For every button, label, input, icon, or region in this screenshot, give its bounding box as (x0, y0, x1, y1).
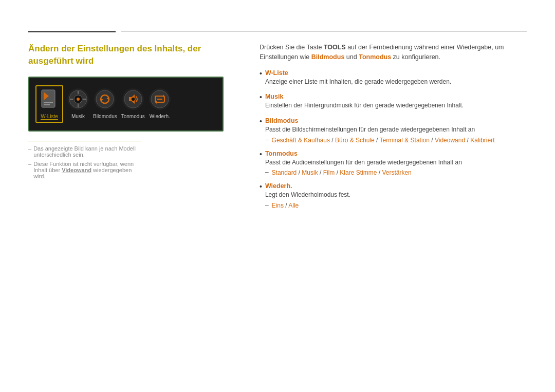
wiederh-label: Wiederh. (150, 114, 170, 119)
bildmodus-label: Bildmodus (93, 114, 117, 119)
svg-point-16 (131, 97, 135, 101)
list-item-wiederh: • Wiederh. Legt den Wiederholmodus fest.… (260, 182, 527, 210)
main-content: Ändern der Einstellungen des Inhalts, de… (28, 43, 527, 215)
bullet-content-tonmodus: Tonmodus Passt die Audioeinstellungen fü… (265, 150, 527, 178)
bullet-title-musik: Musik (265, 93, 527, 100)
note-2: – Diese Funktion ist nicht verfügbar, we… (28, 161, 141, 179)
top-line-right (121, 31, 527, 32)
note-1-dash: – (28, 145, 31, 158)
w-sep1: / (284, 202, 288, 209)
opt-film: Film (323, 169, 335, 176)
opt-terminal: Terminal & Station (380, 137, 430, 144)
bullet-title-wliste: W-Liste (265, 69, 527, 77)
media-icon-musik[interactable]: Musik (67, 88, 89, 119)
musik-label: Musik (71, 114, 85, 119)
bildmodus-options-text: Geschäft & Kaufhaus / Büro & Schule / Te… (272, 136, 495, 145)
media-icon-wliste[interactable]: W-Liste (35, 85, 63, 123)
wliste-label: W-Liste (41, 114, 58, 120)
bullet-title-bildmodus: Bildmodus (265, 117, 527, 124)
intro-text-and: und (344, 53, 359, 61)
intro-text-before: Drücken Sie die Taste (260, 44, 324, 51)
top-line-left (28, 31, 116, 32)
media-icon-bildmodus[interactable]: Bildmodus (93, 88, 117, 119)
bullet-content-wiederh: Wiederh. Legt den Wiederholmodus fest. –… (265, 182, 527, 210)
opt-alle: Alle (288, 202, 299, 209)
opt-verstarken: Verstärken (382, 169, 411, 176)
intro-text-end: zu konfigurieren. (391, 53, 440, 61)
bullet-title-wiederh: Wiederh. (265, 182, 527, 190)
ton-sep1: / (297, 169, 302, 176)
sep1: / (330, 137, 335, 144)
wiederh-icon (149, 88, 171, 110)
bildmodus-suboptions: – Geschäft & Kaufhaus / Büro & Schule / … (265, 136, 527, 145)
bildmodus-icon (94, 88, 116, 110)
top-decorative-lines (28, 31, 527, 32)
tonmodus-icon (122, 88, 144, 110)
svg-point-11 (96, 90, 114, 108)
opt-geschaeft: Geschäft & Kaufhaus (272, 137, 330, 144)
media-player-box: W-Liste M (28, 77, 224, 132)
list-item-tonmodus: • Tonmodus Passt die Audioeinstellungen … (260, 150, 527, 178)
sep2: / (375, 137, 380, 144)
opt-kalibriert: Kalibriert (470, 137, 494, 144)
tonmodus-sub-dash: – (265, 169, 269, 176)
bullet-desc-tonmodus: Passt die Audioeinstellungen für den ger… (265, 158, 527, 167)
media-icon-tonmodus[interactable]: Tonmodus (121, 88, 145, 119)
bullet-desc-musik: Einstellen der Hintergrundmusik für den … (265, 101, 527, 110)
intro-bold-tools: TOOLS (324, 44, 346, 51)
list-item-musik: • Musik Einstellen der Hintergrundmusik … (260, 93, 527, 112)
bullet-content-wliste: W-Liste Anzeige einer Liste mit Inhalten… (265, 69, 527, 88)
list-item-wliste: • W-Liste Anzeige einer Liste mit Inhalt… (260, 69, 527, 88)
opt-eins: Eins (272, 202, 284, 209)
page-title: Ändern der Einstellungen des Inhalts, de… (28, 43, 244, 67)
note-2-text: Diese Funktion ist nicht verfügbar, wenn… (33, 161, 141, 179)
tonmodus-label: Tonmodus (121, 114, 145, 119)
bullet-dot-wiederh: • (260, 182, 262, 191)
wliste-icon (39, 88, 60, 110)
bullet-title-tonmodus: Tonmodus (265, 150, 527, 157)
right-column: Drücken Sie die Taste TOOLS auf der Fern… (260, 43, 527, 215)
intro-paragraph: Drücken Sie die Taste TOOLS auf der Fern… (260, 43, 527, 62)
left-column: Ändern der Einstellungen des Inhalts, de… (28, 43, 244, 215)
bullet-content-musik: Musik Einstellen der Hintergrundmusik fü… (265, 93, 527, 112)
opt-klare-stimme: Klare Stimme (340, 169, 377, 176)
ton-sep3: / (335, 169, 340, 176)
bullet-dot-wliste: • (260, 69, 262, 78)
musik-icon (67, 88, 89, 110)
tonmodus-suboptions: – Standard / Musik / Film / Klare Stimme… (265, 169, 527, 177)
sep3: / (430, 137, 435, 144)
bullet-content-bildmodus: Bildmodus Passt die Bildschirmeinstellun… (265, 117, 527, 145)
bullet-dot-tonmodus: • (260, 150, 262, 159)
bildmodus-sub-dash: – (265, 136, 269, 143)
bullet-dot-bildmodus: • (260, 117, 262, 126)
opt-videowand: Videowand (435, 137, 465, 144)
notes-section: – Das angezeigte Bild kann je nach Model… (28, 141, 141, 179)
ton-sep2: / (318, 169, 323, 176)
opt-standard: Standard (272, 169, 297, 176)
tonmodus-options-text: Standard / Musik / Film / Klare Stimme /… (272, 169, 412, 177)
wiederh-sub-dash: – (265, 201, 269, 209)
opt-buero: Büro & Schule (335, 137, 375, 144)
wiederh-suboptions: – Eins / Alle (265, 201, 527, 210)
bullet-dot-musik: • (260, 93, 262, 102)
sep4: / (465, 137, 470, 144)
bullet-desc-wliste: Anzeige einer Liste mit Inhalten, die ge… (265, 78, 527, 86)
list-item-bildmodus: • Bildmodus Passt die Bildschirmeinstell… (260, 117, 527, 145)
opt-musik: Musik (302, 169, 318, 176)
intro-tonmodus: Tonmodus (359, 53, 391, 61)
bullet-desc-wiederh: Legt den Wiederholmodus fest. (265, 191, 527, 199)
note-1: – Das angezeigte Bild kann je nach Model… (28, 145, 141, 158)
page-container: Ändern der Einstellungen des Inhalts, de… (0, 0, 555, 236)
note-1-text: Das angezeigte Bild kann je nach Modell … (33, 145, 141, 158)
media-icon-wiederh[interactable]: Wiederh. (149, 88, 171, 119)
intro-bildmodus: Bildmodus (311, 53, 345, 61)
bullet-desc-bildmodus: Passt die Bildschirmeinstellungen für de… (265, 125, 527, 134)
note-2-dash: – (28, 161, 31, 179)
bullet-list: • W-Liste Anzeige einer Liste mit Inhalt… (260, 69, 527, 210)
ton-sep4: / (377, 169, 382, 176)
wiederh-options-text: Eins / Alle (272, 201, 299, 210)
svg-point-6 (77, 98, 80, 101)
